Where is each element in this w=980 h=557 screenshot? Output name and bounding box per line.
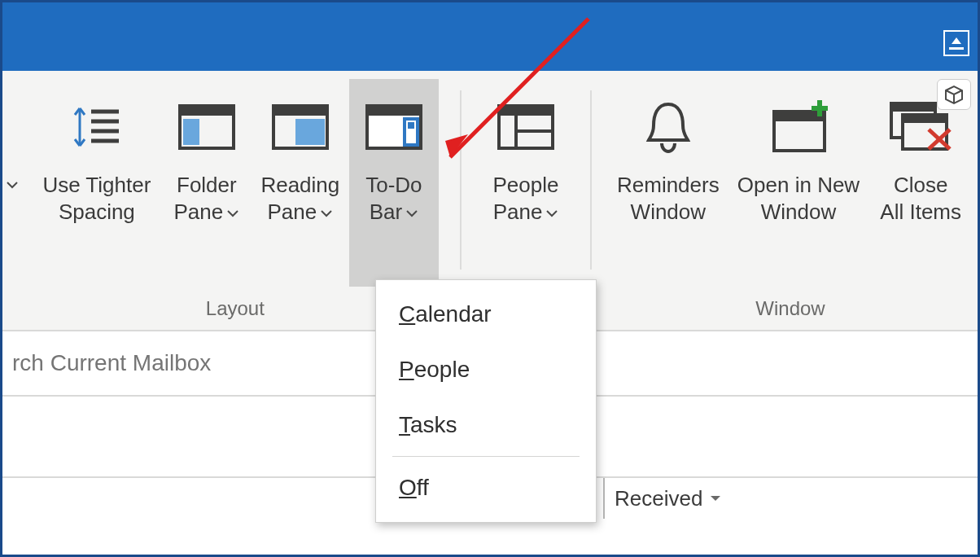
ribbon-separator [590, 90, 592, 270]
close-all-items-button[interactable]: Close All Items [868, 79, 973, 287]
to-do-bar-button[interactable]: To-Do Bar [349, 79, 439, 287]
reminders-window-button[interactable]: Reminders Window [607, 79, 729, 287]
svg-rect-24 [891, 103, 935, 112]
button-label: Bar [370, 200, 402, 224]
button-label: Close [894, 172, 947, 199]
button-label: Window [631, 199, 706, 226]
to-do-bar-icon [365, 103, 423, 151]
button-label: Open in New [737, 172, 860, 199]
caret-down-icon [709, 493, 722, 503]
button-label: Pane [493, 200, 543, 224]
people-pane-button[interactable]: People Pane [477, 79, 575, 287]
button-label: Window [761, 199, 836, 226]
svg-rect-10 [295, 119, 325, 145]
button-label: All Items [880, 199, 961, 226]
menu-item-off[interactable]: Off [376, 460, 596, 515]
svg-rect-12 [367, 106, 421, 116]
title-bar [2, 2, 978, 71]
button-label: Folder [177, 172, 237, 199]
sort-by-button[interactable]: Received [603, 478, 722, 519]
button-label: People [493, 172, 559, 199]
menu-item-tasks[interactable]: Tasks [376, 397, 596, 453]
reading-pane-button[interactable]: Reading Pane [252, 79, 349, 287]
button-label: Use Tighter [42, 172, 151, 199]
menu-item-people[interactable]: People [376, 342, 596, 397]
button-label: Reading [260, 172, 339, 199]
menu-separator [392, 456, 580, 457]
use-tighter-spacing-button[interactable]: Use Tighter Spacing [32, 79, 162, 287]
svg-rect-16 [499, 106, 553, 116]
reading-pane-icon [271, 103, 330, 151]
open-in-new-window-button[interactable]: Open in New Window [729, 79, 868, 287]
button-label: Pane [267, 200, 317, 224]
button-label: Pane [173, 200, 223, 224]
close-all-icon [886, 99, 955, 156]
ribbon-display-options-button[interactable] [943, 30, 969, 56]
button-label: To-Do [365, 172, 422, 199]
button-label: Spacing [59, 199, 135, 226]
tighter-spacing-icon [68, 99, 125, 156]
people-pane-icon [497, 103, 555, 151]
folder-pane-icon [177, 103, 236, 151]
bell-icon [642, 98, 694, 156]
svg-rect-9 [273, 106, 327, 116]
sort-by-label: Received [615, 486, 702, 511]
chevron-down-icon [226, 208, 239, 218]
ribbon-group-label: Window [603, 297, 978, 320]
svg-rect-14 [408, 122, 414, 129]
new-window-icon [766, 99, 831, 156]
svg-rect-0 [949, 47, 964, 50]
chevron-down-icon [320, 208, 333, 218]
svg-rect-20 [774, 112, 825, 121]
chevron-down-icon [545, 208, 558, 218]
folder-pane-button[interactable]: Folder Pane [162, 79, 252, 287]
svg-rect-7 [183, 119, 199, 145]
ribbon-overflow-left[interactable] [2, 79, 22, 291]
svg-rect-26 [903, 115, 947, 123]
menu-item-calendar[interactable]: Calendar [376, 287, 596, 342]
ribbon-group-window: Reminders Window Open in New [603, 79, 978, 323]
chevron-down-icon [405, 208, 418, 218]
chevron-down-icon [6, 178, 19, 191]
svg-rect-6 [180, 106, 234, 116]
ribbon-separator [460, 90, 462, 270]
search-input[interactable] [11, 349, 361, 377]
to-do-bar-menu: Calendar People Tasks Off [375, 279, 597, 523]
button-label: Reminders [617, 172, 720, 199]
